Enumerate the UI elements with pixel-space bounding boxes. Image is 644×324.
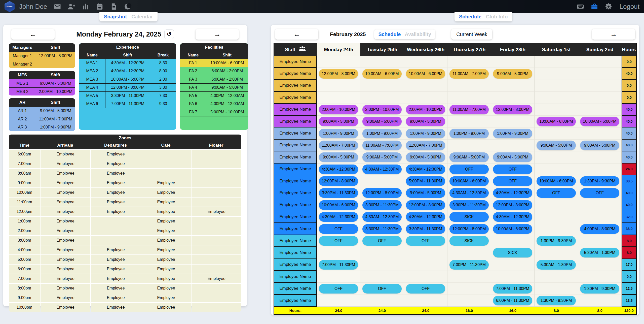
schedule-cell[interactable]: 4:00PM - 8:00PM bbox=[578, 223, 622, 235]
schedule-cell[interactable]: 1:00PM - 9:00PM bbox=[491, 127, 535, 139]
keyboard-icon[interactable] bbox=[577, 3, 584, 10]
schedule-cell[interactable] bbox=[535, 127, 578, 139]
schedule-cell[interactable] bbox=[535, 56, 578, 68]
schedule-cell[interactable] bbox=[578, 104, 622, 116]
shift-pill[interactable]: 3:30PM - 11:30PM bbox=[362, 224, 402, 234]
schedule-cell[interactable]: 10:00AM - 6:00PM bbox=[447, 175, 491, 187]
schedule-cell[interactable]: 1:30PM - 9:30PM bbox=[578, 175, 622, 187]
shift-pill[interactable]: 9:00AM - 5:00PM bbox=[362, 117, 402, 126]
shift-pill[interactable]: OFF bbox=[537, 188, 576, 198]
shift-pill[interactable]: SICK bbox=[449, 236, 489, 246]
schedule-cell[interactable] bbox=[447, 283, 491, 295]
schedule-cell[interactable] bbox=[535, 164, 578, 175]
schedule-cell[interactable]: OFF bbox=[360, 283, 404, 295]
schedule-cell[interactable]: OFF bbox=[317, 283, 360, 295]
schedule-cell[interactable]: 9:00AM - 5:00PM bbox=[317, 151, 360, 163]
shift-pill[interactable]: 4:30AM - 12:30PM bbox=[493, 212, 533, 222]
schedule-cell[interactable] bbox=[535, 104, 578, 116]
schedule-cell[interactable]: SICK bbox=[447, 235, 491, 247]
day-header[interactable]: Wednesday 26th bbox=[404, 43, 447, 56]
schedule-cell[interactable] bbox=[317, 271, 360, 283]
schedule-cell[interactable]: 9:00AM - 5:00PM bbox=[404, 151, 447, 163]
shift-pill[interactable]: 7:00PM - 11:30PM bbox=[319, 260, 358, 270]
shift-pill[interactable]: 10:00AM - 6:00PM bbox=[449, 176, 489, 186]
gear-icon[interactable] bbox=[605, 3, 612, 10]
shift-pill[interactable]: 1:00PM - 9:00PM bbox=[493, 129, 533, 138]
schedule-cell[interactable] bbox=[447, 247, 491, 259]
schedule-cell[interactable]: 2:00PM - 10:00PM bbox=[360, 104, 404, 116]
shift-pill[interactable]: 9:00AM - 5:00PM bbox=[493, 69, 533, 79]
shift-pill[interactable]: 11:00AM - 7:00PM bbox=[449, 69, 489, 79]
schedule-cell[interactable]: 4:30AM - 12:30PM bbox=[317, 164, 360, 175]
shift-pill[interactable]: OFF bbox=[493, 165, 533, 174]
shift-pill[interactable]: 7:00PM - 11:30PM bbox=[493, 284, 533, 294]
schedule-cell[interactable]: 10:00AM - 6:00PM bbox=[360, 68, 404, 80]
shift-pill[interactable]: SICK bbox=[449, 212, 489, 222]
shift-pill[interactable]: 4:00PM - 8:00PM bbox=[580, 224, 620, 234]
shift-pill[interactable]: OFF bbox=[580, 188, 620, 198]
schedule-cell[interactable]: 11:00AM - 7:00PM bbox=[360, 140, 404, 151]
schedule-cell[interactable] bbox=[535, 199, 578, 211]
schedule-cell[interactable] bbox=[404, 259, 447, 271]
schedule-cell[interactable] bbox=[491, 140, 535, 151]
schedule-cell[interactable] bbox=[535, 247, 578, 259]
schedule-cell[interactable]: 1:00PM - 9:00PM bbox=[447, 127, 491, 139]
schedule-cell[interactable] bbox=[535, 92, 578, 104]
shift-pill[interactable]: 9:00AM - 5:00PM bbox=[406, 117, 445, 126]
staff-name-cell[interactable]: Employee Name bbox=[274, 187, 317, 199]
schedule-cell[interactable]: 12:00PM - 8:00PM bbox=[447, 223, 491, 235]
shift-pill[interactable]: 4:30AM - 12:30PM bbox=[493, 188, 533, 198]
shift-pill[interactable]: 5:30AM - 1:30PM bbox=[537, 260, 576, 270]
shift-pill[interactable]: 9:00AM - 5:00PM bbox=[362, 152, 402, 162]
shift-pill[interactable]: 4:30AM - 12:30PM bbox=[319, 165, 358, 174]
day-header[interactable]: Saturday 1st bbox=[535, 43, 578, 56]
shift-pill[interactable]: 11:00AM - 7:00PM bbox=[406, 141, 445, 150]
schedule-cell[interactable]: 12:00PM - 8:00PM bbox=[404, 199, 447, 211]
reset-date-button[interactable]: ↺ bbox=[164, 29, 174, 39]
schedule-cell[interactable] bbox=[404, 80, 447, 92]
shift-pill[interactable]: 10:00AM - 6:00PM bbox=[319, 200, 358, 210]
schedule-cell[interactable]: 12:00PM - 8:00PM bbox=[317, 68, 360, 80]
schedule-cell[interactable] bbox=[447, 271, 491, 283]
schedule-cell[interactable]: 6:00PM - 11:30PM bbox=[491, 295, 535, 307]
shift-pill[interactable]: OFF bbox=[449, 165, 489, 174]
schedule-cell[interactable] bbox=[317, 247, 360, 259]
schedule-cell[interactable] bbox=[447, 116, 491, 127]
schedule-cell[interactable] bbox=[535, 271, 578, 283]
schedule-cell[interactable]: 3:30PM - 11:30PM bbox=[447, 199, 491, 211]
cobalt-logo[interactable]: COBALT bbox=[5, 1, 15, 12]
schedule-cell[interactable] bbox=[535, 223, 578, 235]
shift-pill[interactable]: 10:00AM - 6:00PM bbox=[493, 224, 533, 234]
staff-name-cell[interactable]: Employee Name bbox=[274, 211, 317, 223]
shift-pill[interactable]: OFF bbox=[319, 224, 358, 234]
schedule-cell[interactable] bbox=[578, 164, 622, 175]
schedule-cell[interactable] bbox=[317, 80, 360, 92]
shift-pill[interactable]: 2:00PM - 10:00PM bbox=[406, 105, 445, 114]
shift-pill[interactable]: 3:30PM - 11:30PM bbox=[362, 200, 402, 210]
schedule-cell[interactable]: 9:00AM - 5:00PM bbox=[360, 116, 404, 127]
schedule-cell[interactable]: SICK bbox=[447, 211, 491, 223]
schedule-cell[interactable]: 1:00PM - 9:00PM bbox=[360, 127, 404, 139]
day-header[interactable]: Tuesday 25th bbox=[360, 43, 404, 56]
shift-pill[interactable]: 4:30AM - 12:30PM bbox=[406, 165, 445, 174]
prev-week-button[interactable]: ← bbox=[275, 29, 318, 40]
schedule-cell[interactable] bbox=[360, 259, 404, 271]
schedule-cell[interactable]: 3:30PM - 11:30PM bbox=[360, 199, 404, 211]
shift-pill[interactable]: 3:30PM - 11:30PM bbox=[319, 188, 358, 198]
staff-name-cell[interactable]: Employee Name bbox=[274, 80, 317, 92]
schedule-cell[interactable]: 10:00AM - 6:00PM bbox=[491, 223, 535, 235]
schedule-cell[interactable] bbox=[360, 80, 404, 92]
schedule-cell[interactable] bbox=[535, 80, 578, 92]
staff-name-cell[interactable]: Employee Name bbox=[274, 223, 317, 235]
shift-pill[interactable]: OFF bbox=[406, 236, 445, 246]
tab-snapshot[interactable]: Snapshot bbox=[104, 14, 127, 20]
schedule-cell[interactable]: 9:00AM - 5:00PM bbox=[317, 116, 360, 127]
shift-pill[interactable]: 11:00AM - 7:00PM bbox=[362, 141, 402, 150]
schedule-cell[interactable] bbox=[447, 92, 491, 104]
schedule-cell[interactable] bbox=[578, 92, 622, 104]
schedule-cell[interactable] bbox=[404, 271, 447, 283]
shift-pill[interactable]: 4:30AM - 12:30PM bbox=[406, 212, 445, 222]
schedule-cell[interactable]: OFF bbox=[317, 223, 360, 235]
shift-pill[interactable]: 1:00PM - 9:00PM bbox=[449, 129, 489, 138]
schedule-cell[interactable]: 9:00AM - 5:00PM bbox=[404, 187, 447, 199]
